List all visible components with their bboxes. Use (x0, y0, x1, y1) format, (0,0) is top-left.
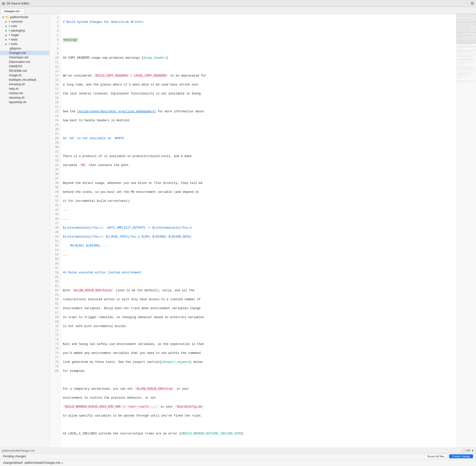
line-num-78: 78 (50, 360, 61, 364)
code-line-40: for examples. (63, 369, 454, 373)
sidebar-item-buildspec[interactable]: buildspec.mk.default (0, 78, 49, 82)
line-num-79: 79 (50, 364, 61, 369)
line-num-70: 70 (50, 324, 61, 329)
tab-close-icon[interactable]: × (20, 10, 22, 13)
code-line-42: For a temporary workaround, you can set … (63, 387, 454, 391)
revert-all-button[interactable]: Revert all files (425, 454, 447, 459)
code-line-24: $(intermediates)/foo.c: .KATI_IMPLICIT_O… (63, 226, 454, 230)
line-num-59: 59 (50, 275, 61, 279)
line-num-10: 10 (50, 56, 61, 60)
sidebar-item-core[interactable]: ► + core (0, 24, 49, 28)
sidebar-item-label: navbar.md (9, 91, 23, 95)
line-num-14: 14 (50, 74, 61, 78)
code-line-12: how best to handle headers in Android. (63, 118, 454, 123)
sidebar-item-packaging[interactable]: ► + packaging (0, 28, 49, 33)
minimap-viewport[interactable] (456, 14, 476, 44)
sidebar-item-usage[interactable]: Usage.txt (0, 73, 49, 78)
expand-icon: ▼ (2, 16, 4, 19)
change-info-bar: change/default platform/build/Changes.md… (0, 460, 476, 466)
line-num-37: 37 (50, 176, 61, 181)
sidebar-item-help[interactable]: help.sh (0, 86, 49, 91)
code-line-9: the last several releases. Equivalent fu… (63, 91, 454, 96)
line-num-46: 46 (50, 217, 61, 221)
changed-file-close-icon[interactable]: ✕ (61, 462, 63, 464)
sidebar-item-envsetup[interactable]: envsetup.sh (0, 82, 49, 86)
line-num-66: 66 (50, 306, 61, 311)
sidebar-item-readme[interactable]: README.md (0, 69, 49, 73)
line-num-17: 17 (50, 87, 61, 91)
sidebar-item-deprecation[interactable]: Deprecation.md (0, 60, 49, 64)
code-line-45: to allow specific variables to be passed… (63, 414, 454, 418)
app-title: Git Source Editor (6, 2, 29, 5)
line-num-16: 16 (50, 83, 61, 87)
code-line-27: ... (63, 253, 454, 257)
file-path-label: platform/build/Changes.md (2, 449, 35, 452)
line-num-48: 48 (50, 226, 61, 230)
code-line-7: We've considered `BUILD_COPY_HEADERS`/`L… (63, 74, 454, 78)
code-editor[interactable]: # Build System Changes for Android.mk Wr… (61, 14, 456, 448)
folder-icon: + (8, 20, 10, 23)
line-num-38: 38 (50, 181, 61, 185)
sidebar-item-tapashelp[interactable]: tapasHelp.sh (0, 100, 49, 104)
window-close-button[interactable]: ⚙ (471, 1, 474, 6)
sidebar-item-common[interactable]: ► + common (0, 19, 49, 24)
sidebar-item-platform-build[interactable]: ▼ 📁 platform/build (0, 15, 49, 19)
sidebar-item-tools[interactable]: ► + tools (0, 42, 49, 46)
line-num-20: 20 (50, 100, 61, 105)
code-line-43: environment to restore the previous beha… (63, 396, 454, 400)
editor-area: 1 2 3 4 5 6 7 8 9 10 11 12 13 14 15 16 1… (50, 14, 476, 448)
code-line-29: ## Rules executed within limited environ… (63, 270, 454, 275)
line-num-3: 3 (50, 24, 61, 29)
line-num-36: 36 (50, 172, 61, 176)
line-num-23: 23 (50, 114, 61, 118)
sidebar-item-owners[interactable]: OWNERS (0, 64, 49, 69)
sidebar-item-navbar[interactable]: navbar.md (0, 91, 49, 95)
line-num-39: 39 (50, 185, 61, 190)
sidebar-item-cleanspec[interactable]: CleanSpec.mk (0, 55, 49, 60)
code-line-22: ... (63, 208, 454, 212)
code-line-30 (63, 279, 454, 284)
tab-changes-md[interactable]: Changes.md × (1, 8, 24, 14)
line-num-76: 76 (50, 351, 61, 355)
sidebar-item-gitignore[interactable]: .gitignore (0, 46, 49, 51)
line-num-13: 13 (50, 69, 61, 74)
code-line-6 (63, 65, 454, 69)
title-bar: ⊞ Git Source Editor ⚙ (0, 0, 476, 7)
sidebar-item-label: tools (11, 42, 17, 46)
pending-changes-bar: Pending changes Revert all files Create … (0, 453, 476, 460)
sidebar-item-label: target (11, 33, 19, 37)
code-line-25: $(intermediates)/foo.c: $(LOCAL_PATH)/fo… (63, 235, 454, 239)
code-line-5: ## COPY_HEADERS usage now produces warni… (63, 56, 454, 60)
code-line-1: # Build System Changes for Android.mk Wr… (63, 20, 454, 24)
code-line-20: behind the scene, so you must set the M4… (63, 190, 454, 194)
change-name-label: change/default (3, 461, 23, 465)
line-num-18: 18 (50, 91, 61, 96)
line-num-64: 64 (50, 297, 61, 302)
sidebar-item-changes-md[interactable]: Changes.md (0, 51, 49, 55)
sidebar-item-label: Deprecation.md (9, 60, 30, 64)
code-line-26: M4=$(M4) $(BISON) ... (63, 244, 454, 248)
line-num-57: 57 (50, 266, 61, 270)
line-num-72: 72 (50, 333, 61, 338)
sidebar-item-label: help.sh (9, 87, 19, 90)
diff-checkbox[interactable]: Diff ▼ (462, 449, 474, 452)
line-num-43: 43 (50, 203, 61, 208)
sidebar-item-rbesetup[interactable]: rbesetup.sh (0, 95, 49, 100)
line-num-7: 7 (50, 42, 61, 47)
sidebar-item-label: platform/build (10, 15, 28, 19)
line-num-28: 28 (50, 136, 61, 141)
sidebar-item-target[interactable]: ► + target (0, 33, 49, 37)
create-change-button[interactable]: Create change (449, 454, 473, 458)
main-layout: ▼ 📁 platform/build ► + common ► + core ►… (0, 14, 476, 448)
code-line-17: variable `M4` that contains the path. (63, 163, 454, 168)
code-line-14: ## `m4` is not available on `$PATH` (63, 136, 454, 141)
sidebar-item-label: tests (11, 38, 17, 41)
diff-toggle[interactable] (462, 449, 465, 452)
line-num-8: 8 (50, 47, 61, 51)
line-num-27: 27 (50, 132, 61, 136)
code-line-8: a long time, and the places where it's b… (63, 83, 454, 87)
line-num-47: 47 (50, 221, 61, 226)
diff-dropdown-icon[interactable]: ▼ (471, 449, 474, 452)
code-line-35: is not safe with incremental builds. (63, 324, 454, 329)
sidebar-item-tests[interactable]: ► + tests (0, 37, 49, 42)
